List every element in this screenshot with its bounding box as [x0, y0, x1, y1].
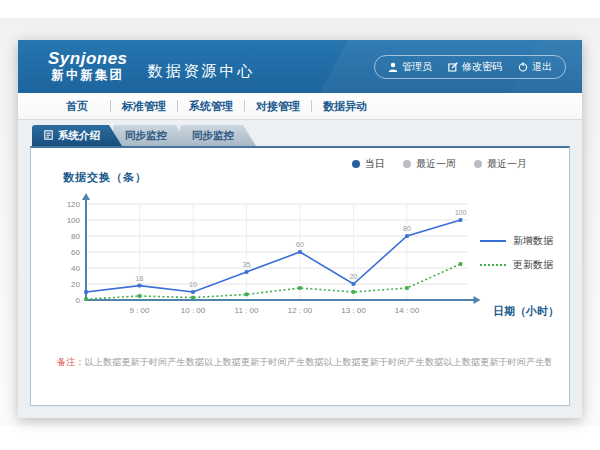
tab-sync-monitor-2[interactable]: 同步监控	[180, 125, 256, 146]
radio-dot-icon	[352, 160, 360, 168]
power-icon	[518, 62, 528, 72]
x-axis-title: 日期（小时）	[493, 304, 559, 319]
svg-text:100: 100	[455, 209, 467, 216]
svg-text:11 : 00: 11 : 00	[235, 306, 259, 315]
legend-label: 新增数据	[513, 234, 553, 248]
company-logo: Synjones 新中新集团	[48, 50, 128, 82]
y-axis-title: 数据交换（条）	[63, 170, 147, 185]
radio-label: 当日	[365, 157, 385, 171]
nav-item-standard-mgmt[interactable]: 标准管理	[111, 99, 177, 113]
logout-label: 退出	[532, 60, 552, 74]
change-password-label: 修改密码	[462, 60, 502, 74]
nav-item-interface-mgmt[interactable]: 对接管理	[245, 99, 311, 113]
radio-last-month[interactable]: 最近一月	[474, 157, 527, 171]
content-area: 系统介绍 同步监控 同步监控 当日 最近一周	[18, 120, 582, 418]
app-window: Synjones 新中新集团 数据资源中心 管理员 修改密码 退出	[18, 40, 582, 418]
svg-text:12 : 00: 12 : 00	[288, 306, 313, 315]
legend-line-series1	[480, 264, 506, 266]
chart-panel: 当日 最近一周 最近一月 数据交换（条） 0204060801001209 : …	[30, 146, 570, 406]
svg-text:60: 60	[296, 241, 304, 248]
svg-text:9 : 00: 9 : 00	[129, 306, 150, 315]
time-range-filter: 当日 最近一周 最近一月	[352, 157, 527, 171]
app-header: Synjones 新中新集团 数据资源中心 管理员 修改密码 退出	[18, 40, 582, 93]
svg-text:80: 80	[71, 232, 80, 241]
document-icon	[44, 130, 53, 142]
current-user-label: 管理员	[402, 60, 432, 74]
main-nav: 首页 标准管理 系统管理 对接管理 数据异动	[18, 93, 582, 120]
logout-button[interactable]: 退出	[518, 60, 552, 74]
page-title: 数据资源中心	[148, 62, 256, 81]
footnote-text: 以上数据更新于时间产生数据以上数据更新于时间产生数据以上数据更新于时间产生数据以…	[85, 357, 551, 367]
svg-text:100: 100	[67, 216, 81, 225]
svg-text:10 : 00: 10 : 00	[181, 306, 206, 315]
svg-text:80: 80	[403, 225, 411, 232]
tab-system-intro[interactable]: 系统介绍	[32, 125, 122, 146]
radio-today[interactable]: 当日	[352, 157, 385, 171]
svg-text:20: 20	[350, 273, 358, 280]
user-actions-bar: 管理员 修改密码 退出	[374, 55, 566, 79]
legend-item-update-data[interactable]: 更新数据	[480, 258, 553, 272]
radio-dot-icon	[474, 160, 482, 168]
logo-text-cn: 新中新集团	[48, 69, 128, 83]
svg-text:0: 0	[76, 296, 81, 305]
tab-label: 同步监控	[125, 129, 167, 143]
chart-legend: 新增数据 更新数据	[480, 234, 553, 272]
legend-label: 更新数据	[513, 258, 553, 272]
legend-line-series0	[480, 240, 506, 242]
tab-sync-monitor-1[interactable]: 同步监控	[113, 125, 189, 146]
change-password-button[interactable]: 修改密码	[448, 60, 502, 74]
svg-text:13 : 00: 13 : 00	[341, 306, 366, 315]
svg-text:14 : 00: 14 : 00	[395, 306, 420, 315]
radio-label: 最近一月	[487, 157, 527, 171]
svg-text:20: 20	[71, 280, 80, 289]
radio-last-week[interactable]: 最近一周	[403, 157, 456, 171]
legend-item-new-data[interactable]: 新增数据	[480, 234, 553, 248]
svg-text:10: 10	[189, 281, 197, 288]
svg-text:18: 18	[136, 275, 144, 282]
radio-label: 最近一周	[416, 157, 456, 171]
tab-bar: 系统介绍 同步监控 同步监控	[32, 125, 570, 146]
svg-text:120: 120	[67, 200, 81, 209]
footnote-prefix: 备注：	[57, 357, 85, 367]
footnote: 备注：以上数据更新于时间产生数据以上数据更新于时间产生数据以上数据更新于时间产生…	[57, 356, 551, 369]
nav-item-system-mgmt[interactable]: 系统管理	[178, 99, 244, 113]
radio-dot-icon	[403, 160, 411, 168]
edit-icon	[448, 62, 458, 72]
svg-text:60: 60	[71, 248, 80, 257]
current-user-button[interactable]: 管理员	[388, 60, 432, 74]
svg-text:40: 40	[71, 264, 80, 273]
tab-label: 系统介绍	[58, 129, 100, 143]
nav-item-data-change[interactable]: 数据异动	[312, 99, 378, 113]
user-icon	[388, 62, 398, 72]
line-chart: 0204060801001209 : 0010 : 0011 : 0012 : …	[49, 190, 497, 320]
tab-label: 同步监控	[192, 129, 234, 143]
logo-text-en: Synjones	[48, 50, 128, 69]
svg-text:35: 35	[243, 261, 251, 268]
nav-item-home[interactable]: 首页	[44, 99, 110, 113]
